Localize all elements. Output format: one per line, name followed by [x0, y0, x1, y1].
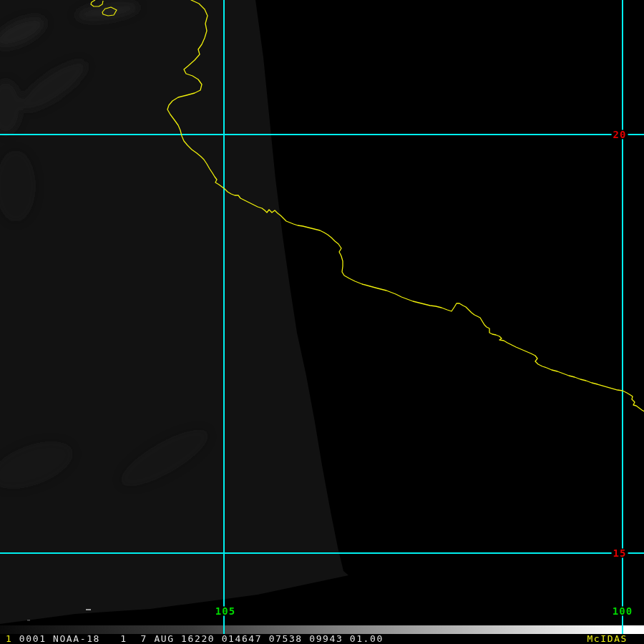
longitude-label-100: 100	[611, 607, 634, 616]
image-artifact	[86, 609, 91, 610]
mcidas-window: 20 15 105 100 1 0001 NOAA-18 1 7 AUG 162…	[0, 0, 644, 644]
status-bar: 1 0001 NOAA-18 1 7 AUG 16220 014647 0753…	[0, 634, 644, 644]
latitude-label-15: 15	[612, 549, 628, 558]
image-info-text: 0001 NOAA-18 1 7 AUG 16220 014647 07538 …	[12, 633, 383, 644]
satellite-image-canvas[interactable]	[0, 0, 644, 644]
longitude-label-105: 105	[214, 607, 237, 616]
latitude-label-20: 20	[612, 130, 628, 140]
mcidas-brand-label: McIDAS	[587, 634, 628, 644]
image-annotation: 1 0001 NOAA-18 1 7 AUG 16220 014647 0753…	[6, 634, 384, 644]
image-artifact	[27, 620, 30, 621]
